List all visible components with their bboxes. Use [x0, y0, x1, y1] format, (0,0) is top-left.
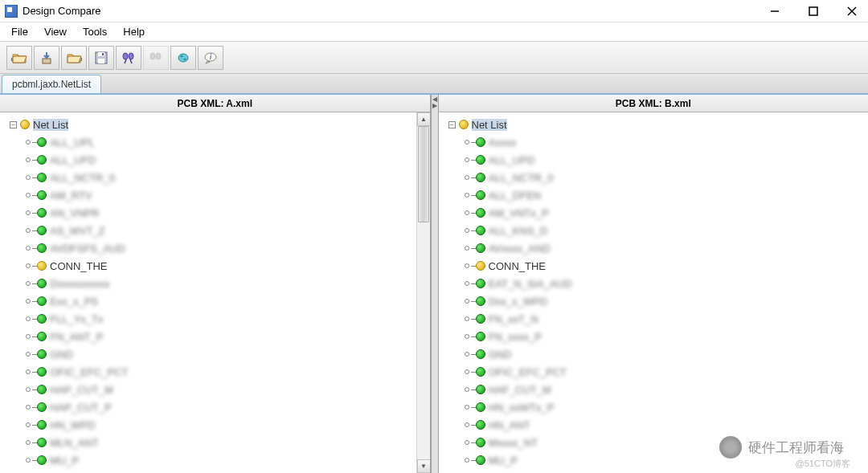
tree-node[interactable]: HN_xxWTx_P	[442, 398, 866, 416]
tree-node[interactable]: ALL_DFEN	[442, 186, 866, 204]
tree-node[interactable]: FN_ANT_P	[3, 328, 427, 345]
toolbar: i	[0, 42, 868, 74]
node-label: AVxxxx_AND	[489, 243, 551, 255]
match-icon	[37, 367, 47, 377]
tree-node[interactable]: CONN_THE	[3, 257, 427, 275]
tree-node[interactable]: ALL_KNS_D	[442, 222, 866, 239]
match-icon	[476, 208, 485, 218]
tree-node[interactable]: HAF_CUT_M	[442, 381, 866, 398]
node-label: Dxxxxxxxxxx	[50, 278, 109, 290]
tree-node[interactable]: AM_VNTx_P	[442, 204, 866, 222]
open-right-button[interactable]	[61, 46, 87, 70]
tree-node[interactable]: FN_xxxx_P	[442, 328, 866, 345]
tree-node[interactable]: HAP_CUT_P	[3, 398, 427, 416]
tab-strip: pcbml.jaxb.NetList	[0, 74, 868, 95]
tree-node[interactable]: FLL_Yx_Tx	[3, 310, 427, 328]
tree-node[interactable]: Dxxxxxxxxxx	[3, 275, 427, 292]
node-label: ALL_UPD	[489, 154, 535, 166]
menu-tools[interactable]: Tools	[75, 23, 115, 40]
menu-bar: File View Tools Help	[0, 22, 868, 42]
scroll-down-button[interactable]: ▼	[417, 459, 430, 473]
node-label: Exx_x_PS	[50, 296, 98, 308]
tree-node[interactable]: MLN_ANT	[3, 434, 427, 451]
left-tree[interactable]: − Net List ALL_UPLALL_UFDALL_NCTR_0AM_RT…	[0, 112, 430, 473]
import-button[interactable]	[34, 46, 59, 70]
tree-node[interactable]: HAP_CUT_M	[3, 381, 427, 398]
tree-node[interactable]: Dxx_x_WPD	[442, 292, 866, 310]
scroll-thumb[interactable]	[418, 126, 429, 222]
maximize-button[interactable]	[802, 3, 825, 19]
tree-node[interactable]: ALL_UFD	[3, 151, 427, 169]
node-label: ALL_UPL	[50, 137, 95, 149]
match-icon	[476, 279, 485, 288]
tree-node[interactable]: AVDFSFS_AUD	[3, 239, 427, 257]
tree-node[interactable]: Axxxx	[442, 133, 866, 151]
tree-root[interactable]: − Net List	[3, 116, 427, 133]
node-label: FN_xxxx_P	[489, 331, 542, 343]
match-icon	[37, 279, 47, 288]
node-label: OFIC_EFC_PCT	[50, 366, 129, 378]
node-label: FN_ANT_P	[50, 331, 103, 343]
right-tree[interactable]: − Net List AxxxxALL_UPDALL_NCTR_0ALL_DFE…	[439, 112, 869, 473]
left-scrollbar[interactable]: ▲ ▼	[416, 112, 430, 473]
menu-file[interactable]: File	[3, 23, 36, 40]
node-label: AM_RTV	[50, 190, 92, 202]
tree-node[interactable]: AVxxxx_AND	[442, 239, 866, 257]
collapse-icon[interactable]: −	[448, 121, 456, 128]
match-icon	[476, 137, 485, 147]
tree-node[interactable]: ALL_UPD	[442, 151, 866, 169]
tree-node[interactable]: OFIC_EFC_PCT	[3, 363, 427, 381]
match-icon	[476, 190, 485, 200]
tree-node[interactable]: OFIC_EFC_PCT	[442, 363, 866, 381]
node-label: GND	[50, 349, 73, 361]
watermark: 硬件工程师看海	[719, 436, 844, 459]
tree-node[interactable]: ALL_UPL	[3, 133, 427, 151]
app-icon	[5, 5, 18, 18]
close-button[interactable]	[841, 3, 863, 19]
match-icon	[476, 385, 485, 394]
find-button[interactable]	[116, 46, 141, 70]
tree-root[interactable]: − Net List	[442, 116, 866, 133]
tree-node[interactable]: CONN_THE	[442, 257, 866, 275]
save-button[interactable]	[88, 46, 114, 70]
node-label: MU_P	[50, 455, 79, 467]
root-label: Net List	[472, 119, 507, 131]
node-label: HAP_CUT_M	[50, 384, 113, 396]
tab-netlist[interactable]: pcbml.jaxb.NetList	[2, 75, 101, 93]
find-next-button	[143, 46, 169, 70]
scroll-up-button[interactable]: ▲	[417, 112, 430, 126]
refresh-button[interactable]	[170, 46, 196, 70]
match-icon	[37, 349, 47, 359]
tree-node[interactable]: MU_P	[3, 451, 427, 469]
node-label: FN_xxT_N	[489, 313, 538, 325]
node-label: OFIC_EFC_PCT	[489, 366, 567, 378]
node-label: HAP_CUT_P	[50, 402, 112, 414]
minimize-button[interactable]	[764, 3, 786, 19]
tree-node[interactable]: GND	[442, 345, 866, 363]
node-label: HN_ANT	[489, 419, 530, 431]
match-icon	[37, 137, 47, 147]
splitter[interactable]: ◀ ▶	[431, 95, 439, 473]
menu-view[interactable]: View	[36, 23, 75, 40]
help-button[interactable]: i	[198, 46, 223, 70]
tree-node[interactable]: AM_RTV	[3, 186, 427, 204]
tree-node[interactable]: AN_VNPR	[3, 204, 427, 222]
tree-node[interactable]: Exx_x_PS	[3, 292, 427, 310]
match-icon	[476, 455, 485, 465]
tree-node[interactable]: HN_ANT	[442, 416, 866, 434]
collapse-icon[interactable]: −	[10, 121, 17, 128]
menu-help[interactable]: Help	[115, 23, 153, 40]
match-icon	[37, 420, 47, 430]
tree-node[interactable]: AS_WVT_Z	[3, 222, 427, 239]
open-left-button[interactable]	[6, 46, 32, 70]
tree-node[interactable]: FN_xxT_N	[442, 310, 866, 328]
tree-node[interactable]: ALL_NCTR_0	[442, 169, 866, 186]
tree-node[interactable]: EAT_N_SIA_AUD	[442, 275, 866, 292]
node-label: AM_VNTx_P	[489, 207, 549, 219]
svg-rect-8	[102, 53, 104, 55]
match-icon	[37, 438, 47, 447]
tree-node[interactable]: HN_WPD	[3, 416, 427, 434]
tree-node[interactable]: ALL_NCTR_0	[3, 169, 427, 186]
tree-node[interactable]: GND	[3, 345, 427, 363]
node-label: ALL_DFEN	[489, 190, 542, 202]
